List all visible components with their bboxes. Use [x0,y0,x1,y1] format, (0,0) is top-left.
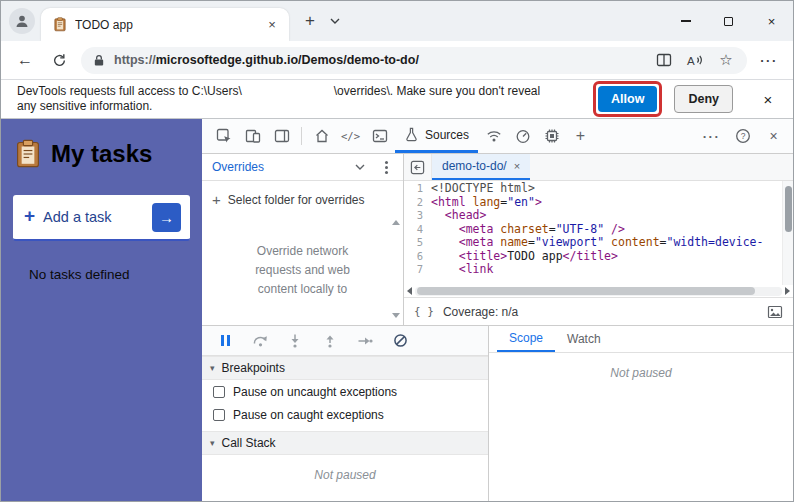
devtools-help-button[interactable]: ? [729,123,756,150]
pause-uncaught-label: Pause on uncaught exceptions [233,385,397,399]
url-path: /Demos/demo-to-do/ [298,53,419,67]
step-out-button[interactable] [321,332,339,350]
browser-tab[interactable]: TODO app × [41,8,289,41]
step-into-button[interactable] [286,332,304,350]
editor-horizontal-scrollbar[interactable] [404,285,793,297]
line-number[interactable]: 1 [404,182,431,196]
breakpoints-section-header[interactable]: ▾ Breakpoints [202,356,488,380]
dock-side-button[interactable] [268,123,295,150]
tab-elements[interactable]: </> [337,123,364,150]
code-line: 1<!DOCTYPE html> [404,182,779,196]
tab-performance[interactable] [509,123,536,150]
clipboard-icon [14,139,42,169]
image-icon[interactable] [767,305,783,319]
browser-menu-button[interactable]: ··· [757,48,781,72]
refresh-button[interactable] [47,48,71,72]
pause-icon [221,335,230,346]
deactivate-breakpoints-button[interactable] [391,332,409,350]
tab-console[interactable] [366,123,393,150]
maximize-button[interactable] [707,1,750,41]
navigator-menu-button[interactable] [375,156,397,178]
submit-task-button[interactable]: → [152,203,181,232]
refresh-icon [52,53,67,68]
horizontal-scroll-thumb[interactable] [417,287,755,295]
pause-caught-label: Pause on caught exceptions [233,408,384,422]
pause-uncaught-checkbox[interactable] [213,386,225,398]
editor-status-bar: { } Coverage: n/a [404,297,793,325]
line-number[interactable]: 2 [404,196,431,210]
line-number[interactable]: 4 [404,223,431,237]
infobar-message-part1: DevTools requests full access to C:\User… [17,84,242,98]
allow-button[interactable]: Allow [598,86,657,112]
devtools-menu-button[interactable]: ··· [698,123,725,150]
pause-script-button[interactable] [216,332,234,350]
line-number[interactable]: 7 [404,263,431,277]
tab-watch[interactable]: Watch [555,326,613,352]
navigator-header: Overrides [202,154,403,181]
back-button[interactable]: ← [13,48,37,72]
device-emulation-button[interactable] [239,123,266,150]
vertical-scroll-thumb[interactable] [785,186,792,232]
infobar-message: DevTools requests full access to C:\User… [17,84,540,114]
show-navigator-button[interactable] [404,154,432,180]
devtools-permission-infobar: DevTools requests full access to C:\User… [1,79,793,119]
home-icon [314,128,330,144]
scroll-down-icon[interactable] [392,313,400,318]
code-editor[interactable]: 1<!DOCTYPE html>2<html lang="en">3 <head… [404,181,793,285]
call-stack-section-header[interactable]: ▾ Call Stack [202,431,488,455]
split-screen-icon [656,53,672,67]
add-task-button[interactable]: + Add a task → [13,195,190,241]
line-number[interactable]: 5 [404,236,431,250]
maximize-icon [724,17,733,26]
profile-avatar[interactable] [9,8,35,34]
tab-welcome[interactable] [308,123,335,150]
line-number[interactable]: 3 [404,209,431,223]
tab-sources[interactable]: Sources [395,119,478,153]
tab-list-chevron-icon[interactable] [325,18,345,24]
window-close-button[interactable]: × [750,1,793,41]
deny-button[interactable]: Deny [674,85,733,113]
file-tab[interactable]: demo-to-do/ × [432,154,530,180]
navigator-scrollbar[interactable] [391,220,401,318]
select-folder-button[interactable]: + Select folder for overrides [202,181,403,208]
editor-vertical-scrollbar[interactable] [782,181,793,285]
file-tab-close-icon[interactable]: × [514,160,520,172]
read-aloud-button[interactable]: A [684,49,706,71]
line-number[interactable]: 6 [404,250,431,264]
scroll-right-icon[interactable] [785,287,790,295]
more-tabs-button[interactable]: + [567,123,594,150]
devtools-close-icon[interactable]: × [760,123,787,150]
tab-scope[interactable]: Scope [497,326,555,352]
url-field[interactable]: https://microsoftedge.github.io/Demos/de… [81,47,747,74]
call-stack-not-paused: Not paused [202,468,488,482]
infobar-message-line1: DevTools requests full access to C:\User… [17,84,540,99]
scroll-left-icon[interactable] [407,287,412,295]
scroll-up-icon[interactable] [392,220,400,225]
new-tab-button[interactable]: + [297,8,323,34]
horizontal-scroll-track[interactable] [415,287,782,296]
step-over-button[interactable] [251,332,269,350]
navigator-pane-dropdown[interactable]: Overrides [212,160,375,174]
step-button[interactable] [356,332,374,350]
tab-close-icon[interactable]: × [263,16,281,34]
tab-strip: TODO app × + × [1,1,793,41]
sources-icon [404,127,419,142]
sources-tab-label: Sources [425,128,469,142]
call-stack-label: Call Stack [222,436,276,450]
code-text: <link [431,263,493,277]
tab-network[interactable] [480,123,507,150]
pause-caught-checkbox[interactable] [213,409,225,421]
split-screen-button[interactable] [653,49,675,71]
app-title-row: My tasks [1,139,202,169]
favorites-star-icon[interactable]: ☆ [715,49,737,71]
main-content: My tasks + Add a task → No tasks defined [1,119,793,501]
minimize-button[interactable] [664,1,707,41]
navigator-pane: Overrides + Select folder for overrides … [202,154,404,325]
pretty-print-button[interactable]: { } [414,305,434,318]
code-text: <head> [431,209,486,223]
disclosure-triangle-icon: ▾ [210,438,215,448]
memory-chip-icon [544,128,560,144]
inspect-element-button[interactable] [210,123,237,150]
tab-memory[interactable] [538,123,565,150]
infobar-close-icon[interactable]: × [755,91,781,108]
